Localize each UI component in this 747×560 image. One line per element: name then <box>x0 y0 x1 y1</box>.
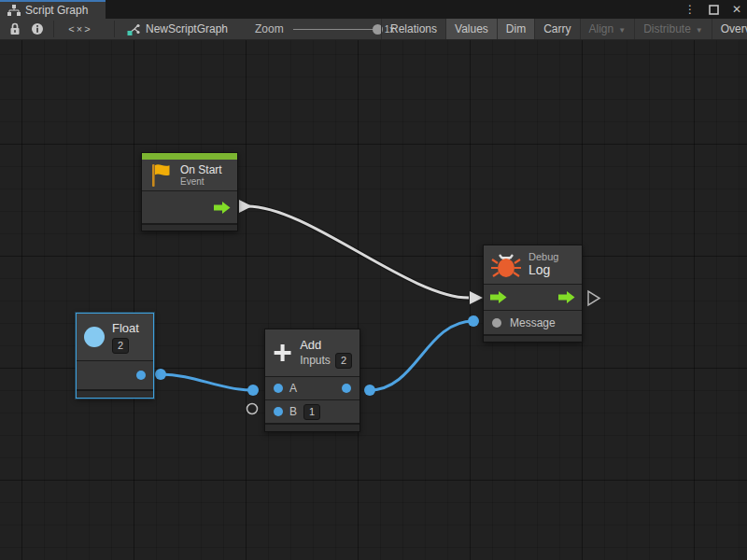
input-port-b[interactable] <box>274 407 283 416</box>
chevron-down-icon: ▼ <box>618 26 626 35</box>
wire-endpoint-dot <box>155 369 166 380</box>
window-controls: ⋮ ✕ <box>684 0 741 19</box>
port-b-value-field[interactable]: 1 <box>303 404 320 420</box>
node-footer <box>77 389 153 398</box>
overview-button[interactable]: Overview <box>712 19 747 39</box>
flow-input-port[interactable] <box>490 291 507 303</box>
node-add[interactable]: Add Inputs 2 A B 1 <box>264 329 360 432</box>
inputs-label: Inputs <box>300 354 331 367</box>
tab-script-graph[interactable]: Script Graph <box>0 0 106 19</box>
node-title: On Start <box>180 163 222 176</box>
flow-output-port[interactable] <box>214 202 231 214</box>
node-footer <box>484 334 582 342</box>
message-port-row: Message <box>484 310 582 334</box>
zoom-label: Zoom <box>255 22 284 35</box>
wire-control-shadow <box>247 206 469 298</box>
values-button[interactable]: Values <box>445 19 497 39</box>
port-row-a: A <box>265 376 359 399</box>
zoom-slider[interactable] <box>293 29 379 30</box>
wire-endpoint-dot <box>468 315 479 327</box>
wire-control-start-arrow <box>239 200 252 213</box>
float-value-field[interactable]: 2 <box>112 338 129 354</box>
graph-name: NewScriptGraph <box>146 22 228 35</box>
node-surtitle: Debug <box>529 251 558 262</box>
titlebar: Script Graph ⋮ ✕ <box>0 0 747 19</box>
toolbar-divider <box>53 21 54 37</box>
wire-value-add-to-debug[interactable] <box>370 321 473 390</box>
input-port-a[interactable] <box>274 384 283 393</box>
hierarchy-icon <box>7 5 21 16</box>
menu-icon[interactable]: ⋮ <box>684 3 696 16</box>
align-dropdown[interactable]: Align ▼ <box>580 19 635 39</box>
maximize-icon[interactable] <box>709 5 719 15</box>
port-label: B <box>289 405 297 418</box>
node-title: Log <box>529 262 558 278</box>
tab-title: Script Graph <box>25 4 88 17</box>
wires-layer <box>0 40 747 560</box>
graph-toolbar: <×> NewScriptGraph Zoom 1x Relations Val… <box>0 19 747 40</box>
node-float[interactable]: Float 2 <box>76 313 154 399</box>
flow-port-row <box>142 190 237 223</box>
value-port-row <box>77 360 153 389</box>
node-footer <box>265 423 359 431</box>
port-label: Message <box>510 316 556 329</box>
port-row-b: B 1 <box>265 399 359 423</box>
flow-port-row <box>484 284 582 310</box>
flow-output-port[interactable] <box>558 291 575 303</box>
flow-output-hint-triangle[interactable] <box>588 291 599 305</box>
message-input-port[interactable] <box>492 318 501 328</box>
dim-button[interactable]: Dim <box>497 19 534 39</box>
graph-asset-chip[interactable]: NewScriptGraph <box>127 19 228 39</box>
chevron-down-icon: ▼ <box>696 26 703 35</box>
wire-control-end-arrow <box>470 291 483 304</box>
wire-value-float-to-add[interactable] <box>161 374 253 390</box>
node-debug-log[interactable]: Debug Log Message <box>483 245 583 343</box>
align-label: Align <box>589 22 614 35</box>
toolbar-buttons: Relations Values Dim Carry Align ▼ Distr… <box>381 19 747 39</box>
port-label: A <box>289 382 297 395</box>
value-output-port[interactable] <box>136 371 146 380</box>
node-subtitle: Event <box>180 176 222 188</box>
code-view-icon[interactable]: <×> <box>62 19 99 39</box>
node-footer <box>142 223 237 231</box>
node-title: Float <box>112 321 139 336</box>
float-type-icon <box>84 327 105 347</box>
close-icon[interactable]: ✕ <box>732 3 741 16</box>
distribute-label: Distribute <box>643 22 691 35</box>
wire-endpoint-dot <box>247 385 259 396</box>
value-output-port[interactable] <box>342 384 351 393</box>
node-on-start[interactable]: On Start Event <box>141 152 238 231</box>
relations-button[interactable]: Relations <box>381 19 445 39</box>
node-header: Add Inputs 2 <box>265 329 359 376</box>
flag-icon <box>149 163 173 188</box>
node-header: Debug Log <box>484 245 582 284</box>
wire-endpoint-dot <box>364 385 375 396</box>
node-title: Add <box>300 338 352 353</box>
node-header: Float 2 <box>77 314 153 360</box>
toolbar-divider <box>114 21 115 37</box>
value-input-hint-circle[interactable] <box>247 404 258 414</box>
inputs-count-field[interactable]: 2 <box>335 353 352 369</box>
bug-icon <box>491 251 521 279</box>
carry-button[interactable]: Carry <box>534 19 579 39</box>
distribute-dropdown[interactable]: Distribute ▼ <box>634 19 712 39</box>
plus-icon <box>273 341 292 365</box>
event-accent-bar <box>142 153 237 160</box>
wire-control[interactable] <box>247 206 469 298</box>
info-icon[interactable] <box>28 19 47 39</box>
script-graph-window: Script Graph ⋮ ✕ <×> <box>0 0 747 560</box>
node-header: On Start Event <box>142 160 237 190</box>
graph-asset-icon <box>127 23 140 35</box>
graph-canvas[interactable]: On Start Event Debug <box>0 40 747 560</box>
zoom-control: Zoom 1x <box>255 19 394 39</box>
lock-icon[interactable] <box>6 19 24 39</box>
